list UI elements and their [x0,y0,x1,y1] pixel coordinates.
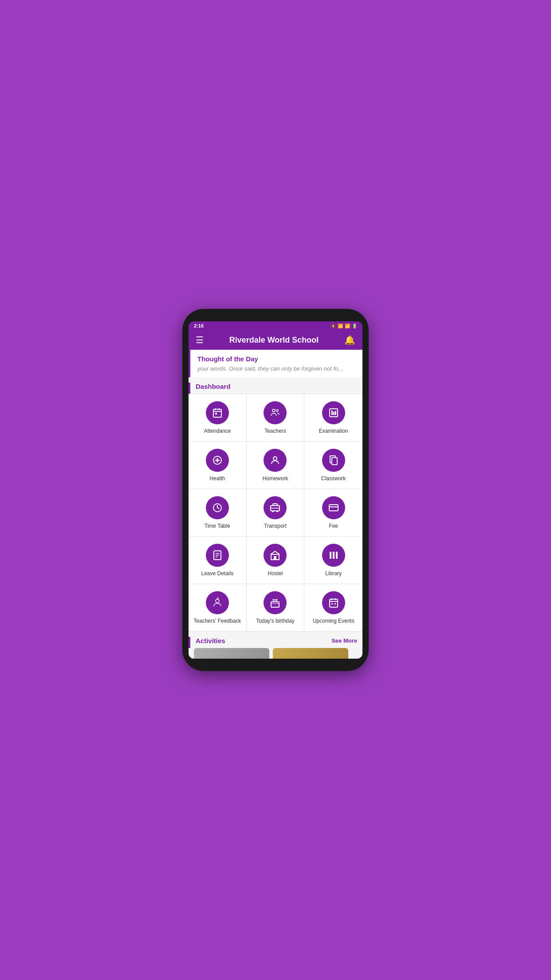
dashboard-item-fee[interactable]: Fee [304,489,362,537]
activity-image-1[interactable]: 🏫 [194,648,269,659]
dashboard-item-transport[interactable]: Transport [247,489,305,537]
svg-point-6 [276,410,278,411]
app-bar: ☰ Riverdale World School 🔔 [189,330,362,350]
svg-point-34 [216,599,219,603]
dashboard-item-upcomingevents[interactable]: Upcoming Events [304,584,362,632]
hostel-icon [264,544,287,567]
classwork-label: Classwork [321,475,346,482]
upcomingevents-label: Upcoming Events [313,618,354,624]
svg-rect-43 [330,599,338,607]
main-content: Thought of the Day your words. Once said… [189,350,362,659]
status-time: 2:16 [194,323,204,328]
thought-of-day-title: Thought of the Day [197,355,355,363]
svg-rect-16 [332,458,337,465]
transport-icon [264,496,287,519]
examination-icon [322,401,345,424]
svg-rect-8 [331,411,333,415]
activity-image-2[interactable]: 👦 [273,648,348,659]
dashboard-item-health[interactable]: Health [189,442,247,489]
dashboard-item-leavedetails[interactable]: Leave Details [189,537,247,584]
dashboard-grid: AttendanceTeachersExaminationHealthHomew… [189,394,362,632]
svg-rect-30 [274,556,276,560]
fee-label: Fee [329,523,338,529]
status-bar: 2:16 🔇 📶 📶 🔋 [189,321,362,330]
upcomingevents-icon [322,591,345,614]
svg-rect-10 [335,411,336,415]
library-label: Library [325,570,342,577]
teachers-icon [264,401,287,424]
timetable-label: Time Table [205,523,230,529]
phone-screen: 2:16 🔇 📶 📶 🔋 ☰ Riverdale World School 🔔 … [189,321,362,659]
notification-bell-icon[interactable]: 🔔 [344,335,355,345]
svg-point-21 [276,510,278,512]
svg-rect-36 [271,602,279,607]
wifi-icon: 📶 [338,324,343,328]
transport-label: Transport [264,523,287,529]
dashboard-item-teachers[interactable]: Teachers [247,394,305,442]
see-more-button[interactable]: See More [331,637,357,644]
svg-rect-4 [215,413,217,415]
activities-title: Activities [196,637,225,644]
mute-icon: 🔇 [331,324,336,328]
hamburger-icon[interactable]: ☰ [196,335,204,345]
attendance-label: Attendance [204,428,231,434]
activities-images: 🏫 👦 [189,648,362,659]
battery-icon: 🔋 [352,324,357,328]
leavedetails-icon [206,544,229,567]
attendance-icon [206,401,229,424]
dashboard-item-teachersfeedback[interactable]: Teachers' Feedback [189,584,247,632]
dashboard-item-classwork[interactable]: Classwork [304,442,362,489]
dashboard-item-todaysbirthday[interactable]: Today's birthday [247,584,305,632]
svg-rect-32 [333,552,335,559]
phone-frame: 2:16 🔇 📶 📶 🔋 ☰ Riverdale World School 🔔 … [182,309,369,671]
dashboard-section: Dashboard AttendanceTeachersExaminationH… [189,377,362,632]
homework-label: Homework [263,475,288,482]
svg-rect-9 [333,412,335,415]
todaysbirthday-icon [264,591,287,614]
dashboard-title: Dashboard [189,383,362,394]
svg-point-40 [273,599,274,601]
thought-of-day-section: Thought of the Day your words. Once said… [189,350,362,377]
svg-rect-31 [330,552,331,559]
activity-placeholder-2: 👦 [273,648,348,659]
hostel-label: Hostel [268,570,283,577]
svg-point-5 [272,409,275,412]
dashboard-item-library[interactable]: Library [304,537,362,584]
dashboard-item-homework[interactable]: Homework [247,442,305,489]
health-label: Health [209,475,225,482]
svg-rect-23 [329,505,338,511]
leavedetails-label: Leave Details [201,570,233,577]
svg-rect-48 [335,603,336,605]
classwork-icon [322,449,345,472]
homework-icon [264,449,287,472]
timetable-icon [206,496,229,519]
dashboard-item-timetable[interactable]: Time Table [189,489,247,537]
svg-point-20 [272,510,274,512]
dashboard-item-attendance[interactable]: Attendance [189,394,247,442]
activities-section: Activities See More 🏫 👦 [189,632,362,659]
fee-icon [322,496,345,519]
examination-label: Examination [319,428,348,434]
activity-placeholder-1: 🏫 [194,648,269,659]
svg-point-41 [275,599,276,601]
svg-rect-33 [336,552,338,559]
health-icon [206,449,229,472]
library-icon [322,544,345,567]
signal-icon: 📶 [345,324,350,328]
teachersfeedback-label: Teachers' Feedback [193,618,241,624]
activities-header: Activities See More [189,637,362,648]
teachersfeedback-icon [206,591,229,614]
status-icons: 🔇 📶 📶 🔋 [331,324,357,328]
dashboard-item-examination[interactable]: Examination [304,394,362,442]
svg-point-14 [273,457,277,460]
app-title: Riverdale World School [229,336,319,345]
svg-rect-0 [213,409,221,417]
dashboard-item-hostel[interactable]: Hostel [247,537,305,584]
todaysbirthday-label: Today's birthday [256,618,294,624]
svg-point-42 [276,599,278,601]
svg-rect-47 [331,603,333,605]
thought-of-day-text: your words. Once said, they can only be … [197,365,355,372]
teachers-label: Teachers [264,428,286,434]
